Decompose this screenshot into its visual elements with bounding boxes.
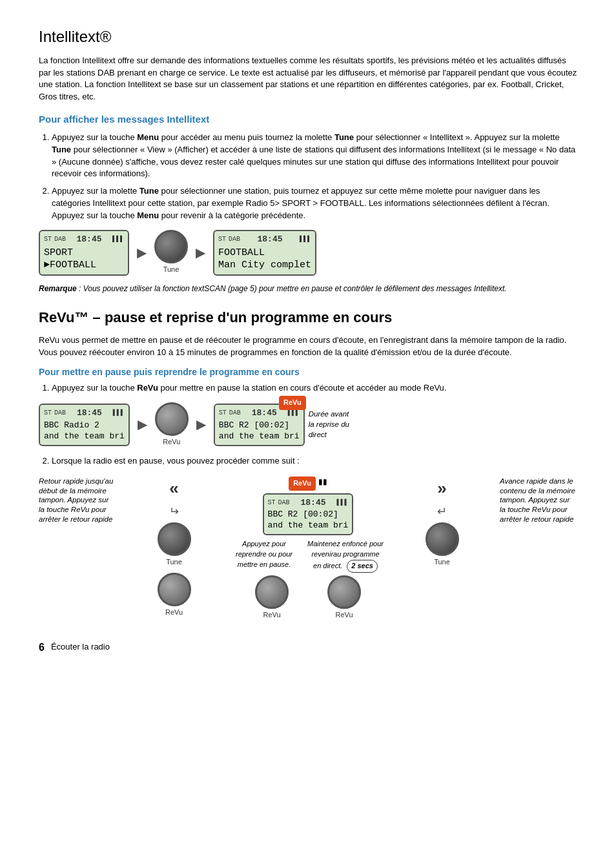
page-label: Écouter la radio bbox=[51, 641, 110, 653]
screen4-line2: and the team bri bbox=[219, 431, 300, 442]
revu-knob-center-right: ReVu bbox=[327, 575, 361, 620]
screen1-dab: DAB bbox=[54, 235, 66, 245]
screen3-dab: DAB bbox=[54, 409, 66, 418]
revu-badge-top: ReVu bbox=[289, 477, 316, 491]
diagram-row-2: ST DAB 18:45 ▌▌▌ BBC Radio 2 and the tea… bbox=[39, 402, 577, 447]
screen1-st: ST bbox=[44, 235, 52, 245]
tune-knob-right: Tune bbox=[426, 522, 459, 568]
screen1-line1: SPORT bbox=[44, 247, 124, 260]
revu-knob-cr-circle bbox=[327, 575, 361, 609]
revu-knob-1: ReVu bbox=[155, 402, 189, 447]
subsection1-title: Pour afficher les messages Intellitext bbox=[39, 112, 577, 127]
screen4-st: ST bbox=[219, 409, 227, 418]
screen3-time: 18:45 bbox=[77, 407, 102, 420]
screen2-line2: Man City complet bbox=[218, 259, 311, 272]
screen3-signal: ▌▌▌ bbox=[113, 409, 125, 418]
screen4-line1: BBC R2 [00:02] bbox=[219, 420, 300, 431]
duration-label: Durée avantla reprise dudirect bbox=[309, 409, 349, 440]
step-4: Lorsque la radio est en pause, vous pouv… bbox=[52, 455, 577, 467]
caption-left: Retour rapide jusqu'au début de la mémoi… bbox=[39, 477, 116, 525]
screen2-dab: DAB bbox=[229, 235, 240, 245]
curve-arrow-left: ↵ bbox=[169, 503, 179, 520]
curve-arrow-right: ↵ bbox=[437, 503, 447, 520]
screen1-signal: ▌▌▌ bbox=[112, 235, 124, 245]
bottom-center: ReVu ▮▮ ST DAB 18:45 ▌▌▌ BBC R2 [00:02] … bbox=[232, 477, 384, 620]
radio-screen-3: ST DAB 18:45 ▌▌▌ BBC Radio 2 and the tea… bbox=[39, 404, 130, 446]
diagram-row-1: ST DAB 18:45 ▌▌▌ SPORT ►FOOTBALL ▶ Tune … bbox=[39, 230, 577, 276]
screen3-line1: BBC Radio 2 bbox=[44, 420, 125, 431]
revu-top-badge: ReVu ▮▮ bbox=[289, 477, 327, 491]
revu-label-left: ReVu bbox=[165, 608, 183, 618]
arrow-right-2: ▶ bbox=[196, 243, 205, 262]
revu-knob-left: ReVu bbox=[158, 573, 191, 618]
revu-knob-circle-1 bbox=[155, 402, 189, 436]
arrow-right-3: ▶ bbox=[138, 415, 147, 434]
screen4-content: BBC R2 [00:02] and the team bri bbox=[219, 420, 300, 442]
tune-label-1: Tune bbox=[163, 265, 180, 275]
caption-appuyez: Appuyez pour reprendre ou pour mettre en… bbox=[232, 539, 296, 570]
page-title: Intellitext® bbox=[39, 26, 577, 48]
tune-knob-1: Tune bbox=[154, 230, 188, 275]
screen2-time: 18:45 bbox=[258, 234, 283, 246]
radio-screen-2: ST DAB 18:45 ▌▌▌ FOOTBALL Man City compl… bbox=[213, 230, 316, 276]
screen4-signal: ▌▌▌ bbox=[288, 409, 300, 418]
screen3-st: ST bbox=[44, 409, 52, 418]
screen5-line1: BBC R2 [00:02] bbox=[268, 509, 349, 520]
arrow-right-1: ▶ bbox=[137, 243, 147, 262]
page-footer: 6 Écouter la radio bbox=[39, 640, 577, 655]
revu-label-1: ReVu bbox=[163, 437, 180, 447]
fast-back-arrow: « bbox=[169, 477, 178, 501]
radio-screen-1: ST DAB 18:45 ▌▌▌ SPORT ►FOOTBALL bbox=[39, 230, 129, 276]
revu-knob-left-circle bbox=[158, 573, 191, 606]
revu-label-cr: ReVu bbox=[335, 610, 353, 620]
tune-knob-left-circle bbox=[158, 522, 191, 556]
bottom-diagram: Retour rapide jusqu'au début de la mémoi… bbox=[39, 477, 577, 620]
screen2-signal: ▌▌▌ bbox=[300, 235, 311, 245]
revu-knob-center-left: ReVu bbox=[255, 575, 289, 620]
tune-knob-left: Tune bbox=[158, 522, 191, 568]
radio-screen-5: ST DAB 18:45 ▌▌▌ BBC R2 [00:02] and the … bbox=[263, 493, 354, 536]
tune-knob-right-circle bbox=[426, 522, 459, 556]
tune-label-left: Tune bbox=[166, 557, 182, 568]
subsection2-title: Pour mettre en pause puis reprendre le p… bbox=[39, 365, 577, 378]
screen4-dab: DAB bbox=[229, 409, 241, 418]
screen5-signal: ▌▌▌ bbox=[336, 498, 348, 508]
caption-maintenez: Maintenez enfoncé pour revenirau program… bbox=[307, 539, 384, 573]
screen4-time: 18:45 bbox=[252, 407, 277, 420]
screen1-line2: ►FOOTBALL bbox=[44, 259, 124, 272]
intro-text: La fonction Intellitext offre sur demand… bbox=[39, 55, 577, 103]
screen2-content: FOOTBALL Man City complet bbox=[218, 247, 311, 272]
screen5-content: BBC R2 [00:02] and the team bri bbox=[268, 509, 349, 531]
screen2-line1: FOOTBALL bbox=[218, 247, 311, 260]
arrow-right-4: ▶ bbox=[196, 415, 206, 434]
screen5-time: 18:45 bbox=[300, 497, 325, 509]
revu-knob-cl-circle bbox=[255, 575, 289, 609]
tune-label-right: Tune bbox=[434, 557, 450, 568]
caption-right: Avance rapide dans le contenu de la mémo… bbox=[500, 477, 577, 525]
two-secs-badge: 2 secs bbox=[347, 560, 378, 573]
screen5-dab: DAB bbox=[278, 498, 290, 508]
screen5-line2: and the team bri bbox=[268, 520, 349, 531]
revu-badge-1: ReVu bbox=[279, 396, 306, 410]
fast-forward-arrow: » bbox=[437, 477, 446, 501]
revu-label-cl: ReVu bbox=[263, 610, 280, 620]
step-2: Appuyez sur la molette Tune pour sélecti… bbox=[52, 185, 577, 222]
screen2-st: ST bbox=[218, 235, 226, 245]
section2-intro: ReVu vous permet de mettre en pause et d… bbox=[39, 334, 577, 359]
page-number: 6 bbox=[39, 640, 45, 655]
tune-knob-circle-1 bbox=[154, 230, 188, 263]
screen3-line2: and the team bri bbox=[44, 431, 125, 442]
screen1-content: SPORT ►FOOTBALL bbox=[44, 247, 124, 272]
screen3-content: BBC Radio 2 and the team bri bbox=[44, 420, 125, 442]
remark-box: Remarque : Vous pouvez utiliser la fonct… bbox=[39, 283, 577, 294]
step-3: Appuyez sur la touche ReVu pour mettre e… bbox=[52, 382, 577, 395]
screen1-time: 18:45 bbox=[77, 234, 102, 246]
step-1: Appuyez sur la touche Menu pour accéder … bbox=[52, 132, 577, 180]
section2-title: ReVu™ – pause et reprise d'un programme … bbox=[39, 307, 577, 328]
screen5-st: ST bbox=[268, 498, 276, 508]
